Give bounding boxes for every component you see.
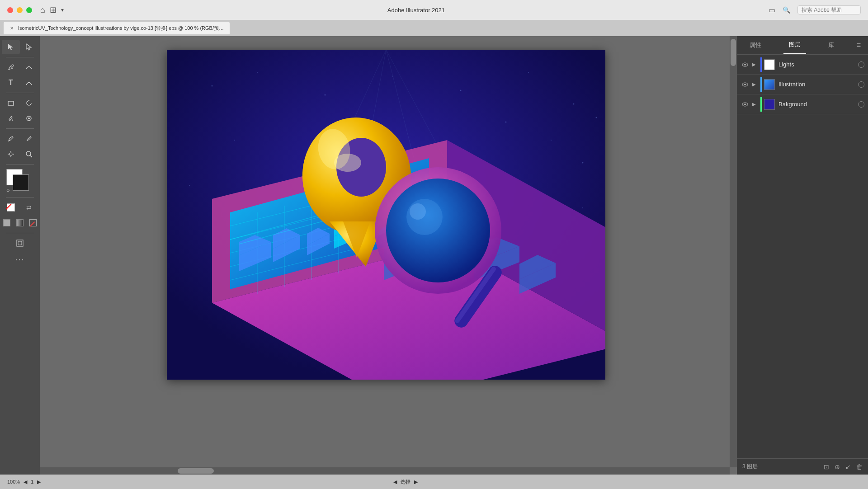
eyedropper-tool[interactable] [20,132,38,146]
left-toolbar: T [0,36,40,475]
svg-point-18 [460,90,462,91]
make-sublayer-icon[interactable]: ⊡ [824,463,829,470]
svg-point-26 [582,207,583,208]
zoom-tool[interactable] [20,147,38,161]
svg-point-16 [325,94,326,96]
layer-expand-illustration[interactable]: ▶ [750,80,759,89]
paintbucket-tool[interactable] [2,111,20,126]
layer-eye-illustration[interactable] [741,80,750,89]
layer-target-background[interactable] [858,101,864,108]
arc-tool[interactable] [20,75,38,90]
pencil-tool[interactable] [2,132,20,146]
rotate-tool[interactable] [20,96,38,110]
tab-close-icon[interactable]: ✕ [9,25,14,31]
tool-status-prev[interactable]: ◀ [393,479,397,485]
canvas-area: Z www.MacZ.com [40,36,737,475]
more-tools[interactable]: ··· [15,255,24,264]
pen-tool[interactable] [2,60,20,75]
direct-selection-tool[interactable] [20,40,38,54]
layer-item-lights[interactable]: ▶ Lights [737,55,868,75]
fill-none-btn[interactable] [2,200,20,215]
svg-point-25 [189,185,190,186]
layer-item-illustration[interactable]: ▶ Illustration [737,75,868,94]
tool-status-next[interactable]: ▶ [414,479,418,485]
collect-icon[interactable]: ↙ [845,463,851,470]
pen-tools-row [0,60,40,75]
page-nav-left[interactable]: ◀ [24,479,27,485]
create-layer-icon[interactable]: ⊕ [835,463,840,470]
tab-bar: ✕ IsometricUV_Technology_concept illustr… [0,20,868,36]
svg-point-97 [744,103,746,105]
svg-point-0 [12,65,14,66]
gradient-mode-btn[interactable] [13,216,26,230]
artboard-tool[interactable] [11,236,29,250]
layer-eye-lights[interactable] [741,60,750,69]
svg-point-24 [582,162,584,164]
main-layout: T [0,36,868,475]
rectangle-tool[interactable] [2,96,20,110]
svg-point-14 [212,85,213,87]
layout-icon[interactable]: ⊞ [50,5,57,15]
chevron-down-icon[interactable]: ▾ [61,7,64,13]
title-bar-right: ▭ 🔍 [769,5,861,14]
layer-name-lights: Lights [778,61,858,68]
layer-eye-background[interactable] [741,100,750,109]
svg-rect-1 [8,101,14,105]
svg-point-84 [386,179,490,282]
tab-properties[interactable]: 属性 [744,37,767,54]
svg-line-10 [30,155,32,157]
layer-name-background: Bakground [778,101,858,108]
none-mode-btn[interactable] [27,216,40,230]
search-icon[interactable]: 🔍 [783,6,790,14]
vertical-scroll-thumb[interactable] [731,39,736,66]
document-tab[interactable]: ✕ IsometricUV_Technology_concept illustr… [4,22,230,34]
layer-swatch-illustration [764,79,775,90]
panel-bottom: 3 图层 ⊡ ⊕ ↙ 🗑 [737,458,868,475]
transform-tool[interactable] [2,147,20,161]
illustration-svg: Z www.MacZ.com [167,50,605,380]
close-button[interactable] [7,7,13,13]
home-icon[interactable]: ⌂ [40,5,45,15]
stroke-color-swatch[interactable] [13,174,29,191]
layer-target-lights[interactable] [858,61,864,68]
layer-item-background[interactable]: ▶ Bakground [737,94,868,114]
svg-point-21 [234,140,235,141]
minimize-button[interactable] [17,7,23,13]
vertical-scrollbar[interactable] [730,36,737,467]
horizontal-scrollbar[interactable] [40,467,730,475]
artboard-row [0,236,40,250]
maximize-button[interactable] [26,7,32,13]
panel-menu-icon[interactable]: ≡ [857,41,861,49]
blob-brush-tool[interactable] [20,111,38,126]
swap-colors-btn[interactable]: ⇄ [20,200,38,215]
horizontal-scroll-thumb[interactable] [178,468,214,474]
layer-target-illustration[interactable] [858,81,864,88]
svg-point-20 [573,103,575,105]
type-tool[interactable]: T [2,75,20,90]
default-colors[interactable]: ⊙ [6,188,10,193]
svg-point-95 [744,84,746,85]
panel-icon[interactable]: ▭ [769,6,775,14]
view-row: ⇄ [0,200,40,215]
tab-libraries[interactable]: 库 [823,37,840,54]
tab-layers[interactable]: 图层 [783,36,806,54]
page-nav-right[interactable]: ▶ [37,479,41,485]
svg-point-9 [26,151,31,156]
panel-tabs: 属性 图层 库 ≡ [737,36,868,55]
svg-point-86 [410,203,426,220]
svg-point-15 [257,72,258,73]
delete-layer-icon[interactable]: 🗑 [856,463,863,470]
color-mode-btn[interactable] [0,216,13,230]
layer-swatch-background [764,99,775,110]
curvature-tool[interactable] [20,60,38,75]
bottom-left: 100% ◀ 1 ▶ [7,479,41,485]
selection-tools-row [0,40,40,54]
layer-expand-background[interactable]: ▶ [750,100,759,109]
traffic-lights [7,7,32,13]
layer-expand-lights[interactable]: ▶ [750,60,759,69]
layer-count: 3 图层 [742,463,758,470]
selection-tool[interactable] [2,40,20,54]
svg-rect-12 [18,241,22,245]
svg-point-4 [9,153,12,155]
search-input[interactable] [797,5,861,14]
